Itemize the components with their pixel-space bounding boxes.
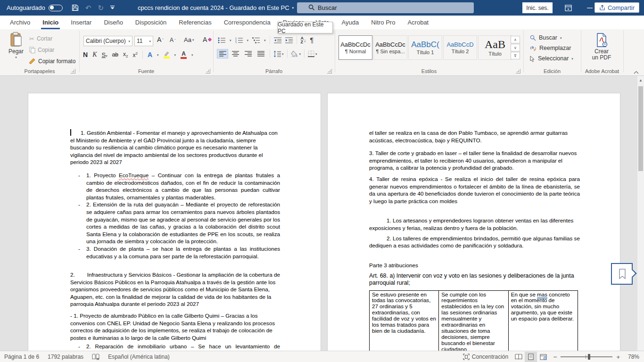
zoom-out-icon[interactable]: − (553, 353, 557, 361)
superscript-button[interactable]: x2 (132, 51, 137, 58)
show-formatting-button[interactable]: ¶ (310, 36, 314, 44)
tab-dise-o[interactable]: Diseño (98, 16, 129, 29)
styles-group-label: Estilos (335, 68, 523, 74)
cut-button[interactable]: ✂Cortar (29, 34, 52, 43)
borders-button[interactable]: ▾ (308, 50, 317, 57)
paste-button[interactable]: Pegar ▾ (5, 32, 27, 59)
search-input[interactable]: Buscar (297, 2, 474, 13)
read-mode-button[interactable] (512, 352, 525, 362)
style--sin-espa-[interactable]: AaBbCcDc¶ Sin espa... (373, 35, 407, 60)
tab-archivo[interactable]: Archivo (4, 16, 36, 29)
style-preview: AaBbCcDc (340, 41, 371, 48)
sort-button[interactable]: AZ↓ (301, 36, 306, 44)
zoom-slider[interactable]: − + (553, 353, 620, 361)
zoom-thumb[interactable] (588, 354, 590, 360)
styles-dialog-launcher[interactable] (516, 69, 520, 74)
align-center-button[interactable] (230, 49, 241, 58)
document-title[interactable]: cpccs rendicion de cuenta 2024 - Guardad… (138, 0, 294, 16)
styles-scroll-up-icon[interactable]: ∧ (511, 36, 520, 43)
table-cell[interactable]: Se cumple con los requerimientos estable… (439, 290, 508, 351)
style-t-tulo-2[interactable]: AaBbCcDTítulo 2 (443, 35, 477, 60)
font-name-combo[interactable]: Calibri (Cuerpo)▾ (83, 36, 132, 46)
style-name: Título (488, 51, 502, 57)
ribbon: Pegar ▾ ✂Cortar Copiar Copiar formato Po… (0, 29, 644, 76)
proofing-errors-icon[interactable] (88, 351, 104, 362)
paragraph-dialog-launcher[interactable] (327, 69, 332, 74)
redo-icon[interactable]: ↻ (98, 4, 104, 12)
tab-insertar[interactable]: Insertar (65, 16, 98, 29)
sign-in-button[interactable]: Inic. ses. (522, 2, 553, 13)
align-left-button[interactable] (217, 49, 228, 58)
shading-button[interactable]: ▾ (291, 50, 301, 57)
attributions-table[interactable]: Se estuvo presente en todas las convocat… (369, 290, 578, 351)
document-canvas[interactable]: 1. Gestión Ambiental - Fomentar el manej… (0, 76, 644, 351)
autosave-toggle[interactable] (49, 5, 63, 11)
collapse-ribbon-icon[interactable] (634, 71, 639, 74)
copy-button[interactable]: Copiar (29, 45, 54, 55)
tab-referencias[interactable]: Referencias (173, 16, 217, 29)
italic-button[interactable]: K (92, 51, 97, 58)
undo-icon[interactable]: ↶ (85, 4, 91, 12)
select-button[interactable]: Seleccionar▾ (530, 55, 573, 62)
page-2[interactable]: el taller se realiza en la casa de don P… (327, 93, 620, 351)
table-cell[interactable]: En que se mas concreto en el momento de … (508, 290, 578, 351)
tab-disposici-n[interactable]: Disposición (129, 16, 173, 29)
tab-inicio[interactable]: Inicio (36, 16, 65, 29)
share-button[interactable]: Compartir (594, 2, 639, 13)
focus-mode-button[interactable]: Concentración (459, 351, 512, 362)
style--normal[interactable]: AaBbCcDc¶ Normal (339, 35, 372, 60)
scroll-up-icon[interactable]: ▲ (637, 77, 644, 83)
language-indicator[interactable]: Español (América latina) (104, 351, 174, 362)
word-count-indicator[interactable]: 1792 palabras (43, 351, 88, 362)
zoom-percentage[interactable]: 78% (624, 351, 641, 362)
strikethrough-button[interactable]: ab (112, 51, 118, 58)
table-cell[interactable]: Se estuvo presente en todas las convocat… (370, 290, 439, 351)
numbering-button[interactable]: 123 (235, 37, 243, 43)
replace-button[interactable]: bc Reemplazar (530, 45, 571, 51)
page-number-indicator[interactable]: Página 1 de 6 (0, 351, 43, 362)
svg-text:3: 3 (235, 41, 237, 43)
scrollbar-thumb[interactable] (638, 86, 643, 171)
highlight-button[interactable] (164, 51, 170, 58)
resume-reading-bookmark[interactable] (611, 263, 633, 285)
align-right-button[interactable] (242, 49, 254, 58)
underline-button[interactable]: S▾ (101, 51, 107, 58)
styles-scroll-down-icon[interactable]: ∨ (511, 44, 520, 51)
line-spacing-button[interactable]: ▾ (273, 51, 284, 57)
text-effects-button[interactable]: A (148, 51, 152, 58)
font-dialog-launcher[interactable] (206, 69, 210, 74)
grow-font-button[interactable]: Aˆ (157, 36, 164, 43)
bold-button[interactable]: N (83, 51, 88, 58)
quick-access-toolbar-menu-icon[interactable] (110, 6, 115, 10)
increase-indent-button[interactable] (285, 37, 293, 43)
style-t-tulo-1[interactable]: AaBbC(Título 1 (408, 35, 442, 60)
change-case-button[interactable]: Aa▾ (184, 36, 194, 43)
decrease-indent-button[interactable] (274, 37, 281, 43)
print-layout-button[interactable] (525, 352, 537, 362)
tab-correspondencia[interactable]: Correspondencia (218, 16, 277, 29)
tab-ayuda[interactable]: Ayuda (335, 16, 365, 29)
bullets-button[interactable] (218, 37, 226, 43)
subscript-button[interactable]: x2 (123, 51, 128, 58)
zoom-in-icon[interactable]: + (616, 354, 620, 361)
create-pdf-button[interactable]: Crear un PDF (586, 33, 618, 61)
multilevel-list-button[interactable] (252, 37, 260, 43)
vertical-scrollbar[interactable]: ▲ (637, 76, 644, 351)
ribbon-display-options-icon[interactable] (561, 0, 575, 16)
font-color-button[interactable]: A (181, 51, 187, 59)
page-1[interactable]: 1. Gestión Ambiental - Fomentar el manej… (28, 93, 321, 351)
find-button[interactable]: Buscar▾ (530, 34, 561, 41)
tab-acrobat[interactable]: Acrobat (401, 16, 435, 29)
shrink-font-button[interactable]: Aˇ (170, 37, 176, 43)
style-t-tulo[interactable]: AaBTítulo (478, 35, 512, 60)
web-layout-button[interactable] (537, 352, 549, 362)
clipboard-dialog-launcher[interactable] (71, 69, 75, 74)
save-icon[interactable] (72, 4, 79, 11)
justify-button[interactable] (255, 49, 266, 58)
font-size-combo[interactable]: 11▾ (134, 36, 153, 46)
tab-nitro-pro[interactable]: Nitro Pro (365, 16, 401, 29)
autosave-control[interactable]: Autoguardado (7, 0, 63, 16)
styles-more-icon[interactable]: ⊽ (511, 52, 520, 59)
format-painter-button[interactable]: Copiar formato (29, 57, 75, 66)
clear-formatting-button[interactable]: A (203, 36, 212, 43)
